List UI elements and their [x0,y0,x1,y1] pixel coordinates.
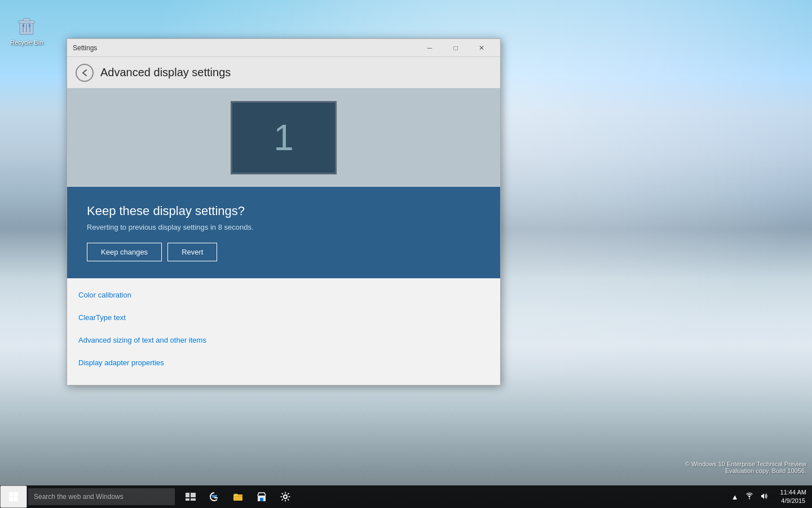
svg-rect-17 [260,498,263,501]
display-preview: 1 [67,88,500,187]
svg-rect-12 [186,498,189,501]
keep-changes-button[interactable]: Keep changes [87,243,162,261]
settings-icon [280,492,290,502]
confirm-title: Keep these display settings? [87,204,480,218]
svg-rect-2 [23,19,30,21]
svg-rect-6 [9,492,14,497]
watermark-line1: © Windows 10 Enterprise Technical Previe… [685,461,806,467]
clock[interactable]: 11:44 AM 4/9/2015 [775,488,812,506]
back-arrow-icon [81,69,89,77]
svg-rect-10 [186,493,189,497]
store-button[interactable] [250,485,273,508]
confirm-subtitle: Reverting to previous display settings i… [87,223,480,231]
svg-rect-1 [19,21,34,23]
monitor-preview: 1 [231,101,337,174]
desktop: Recycle Bin Settings ─ □ ✕ Advanced disp… [0,0,812,508]
advanced-sizing-link[interactable]: Advanced sizing of text and other items [67,329,500,352]
monitor-number: 1 [273,117,294,159]
windows-logo-icon [8,492,19,502]
clock-date: 4/9/2015 [781,497,805,505]
volume-icon[interactable] [758,491,770,503]
watermark: © Windows 10 Enterprise Technical Previe… [685,461,806,474]
file-explorer-icon [233,492,243,502]
dialog-buttons: Keep changes Revert [87,243,480,261]
start-button[interactable] [0,485,27,508]
svg-rect-7 [14,492,19,497]
clock-time: 11:44 AM [780,488,806,497]
file-explorer-button[interactable] [227,485,249,508]
store-icon [257,492,267,502]
svg-rect-8 [9,497,14,502]
network-icon[interactable] [743,491,756,503]
tray-chevron-icon[interactable]: ▲ [729,492,741,502]
minimize-button[interactable]: ─ [417,39,443,57]
svg-rect-11 [191,493,196,497]
settings-window: Settings ─ □ ✕ Advanced display settings [67,38,501,386]
back-button[interactable] [76,64,94,82]
search-input[interactable] [28,488,175,505]
svg-rect-13 [191,498,196,501]
taskbar-icons [179,485,297,508]
color-calibration-link[interactable]: Color calibration [67,284,500,306]
settings-taskbar-button[interactable] [274,485,297,508]
edge-browser-button[interactable] [203,485,226,508]
window-header: Advanced display settings [67,57,500,88]
recycle-bin[interactable]: Recycle Bin [6,6,47,54]
system-tray: ▲ [725,491,775,503]
recycle-bin-icon [15,14,38,37]
task-view-button[interactable] [179,485,202,508]
watermark-line2: Evaluation copy. Build 10056. [685,467,806,474]
revert-button[interactable]: Revert [167,243,217,261]
window-content: Advanced display settings 1 Keep these d… [67,57,500,385]
task-view-icon [186,493,196,501]
svg-point-19 [749,498,750,499]
confirm-dialog: Keep these display settings? Reverting t… [67,187,500,278]
window-title: Advanced display settings [100,66,231,79]
close-button[interactable]: ✕ [469,39,495,57]
title-bar-text: Settings [73,44,417,52]
svg-point-18 [284,495,287,498]
recycle-bin-label: Recycle Bin [10,39,43,46]
taskbar: ▲ 11:44 AM 4/9/20 [0,485,812,508]
maximize-button[interactable]: □ [443,39,469,57]
title-bar-controls: ─ □ ✕ [417,39,495,57]
svg-rect-9 [14,497,19,502]
title-bar: Settings ─ □ ✕ [67,39,500,57]
network-wifi-icon [745,492,753,500]
cleartype-text-link[interactable]: ClearType text [67,306,500,329]
edge-icon [209,492,219,502]
volume-speaker-icon [760,492,768,500]
links-section: Color calibration ClearType text Advance… [67,278,500,385]
display-adapter-link[interactable]: Display adapter properties [67,352,500,374]
